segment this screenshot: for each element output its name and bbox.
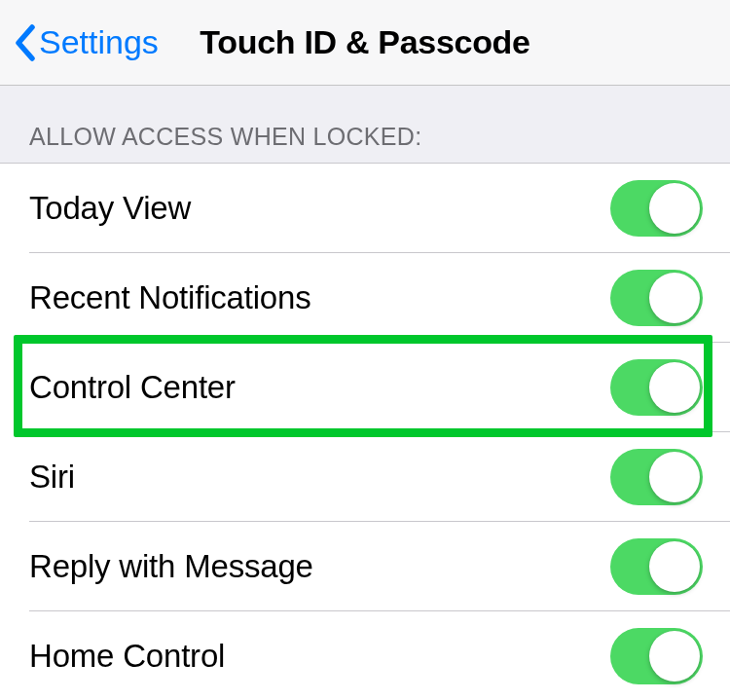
toggle-wrap	[610, 270, 730, 326]
list-item-label: Reply with Message	[29, 548, 313, 585]
list-item-label: Home Control	[29, 638, 225, 675]
list-item-siri[interactable]: Siri	[0, 432, 730, 522]
toggle-knob	[649, 273, 700, 323]
toggle-wrap	[610, 359, 730, 416]
toggle-knob	[649, 541, 700, 592]
list-item-home-control[interactable]: Home Control	[0, 611, 730, 700]
section-header: ALLOW ACCESS WHEN LOCKED:	[0, 86, 730, 163]
back-button[interactable]: Settings	[0, 23, 159, 61]
toggle-knob	[649, 631, 700, 682]
list-item-today-view[interactable]: Today View	[0, 164, 730, 253]
toggle-knob	[649, 452, 700, 502]
toggle-wrap	[610, 538, 730, 595]
reply-with-message-toggle[interactable]	[610, 538, 703, 595]
list-item-control-center[interactable]: Control Center	[0, 343, 730, 432]
page-title: Touch ID & Passcode	[200, 23, 529, 61]
toggle-wrap	[610, 449, 730, 505]
list-item-label: Siri	[29, 459, 75, 496]
chevron-left-icon	[14, 24, 35, 61]
toggle-wrap	[610, 180, 730, 237]
toggle-knob	[649, 183, 700, 234]
list-item-label: Recent Notifications	[29, 279, 310, 316]
list-item-label: Today View	[29, 190, 191, 227]
today-view-toggle[interactable]	[610, 180, 703, 237]
back-label: Settings	[39, 23, 159, 61]
settings-list: Today View Recent Notifications Control …	[0, 163, 730, 700]
toggle-knob	[649, 362, 700, 413]
list-item-label: Control Center	[29, 369, 236, 406]
list-item-reply-with-message[interactable]: Reply with Message	[0, 522, 730, 611]
recent-notifications-toggle[interactable]	[610, 270, 703, 326]
list-item-recent-notifications[interactable]: Recent Notifications	[0, 253, 730, 343]
home-control-toggle[interactable]	[610, 628, 703, 684]
control-center-toggle[interactable]	[610, 359, 703, 416]
siri-toggle[interactable]	[610, 449, 703, 505]
navigation-bar: Settings Touch ID & Passcode	[0, 0, 730, 86]
toggle-wrap	[610, 628, 730, 684]
